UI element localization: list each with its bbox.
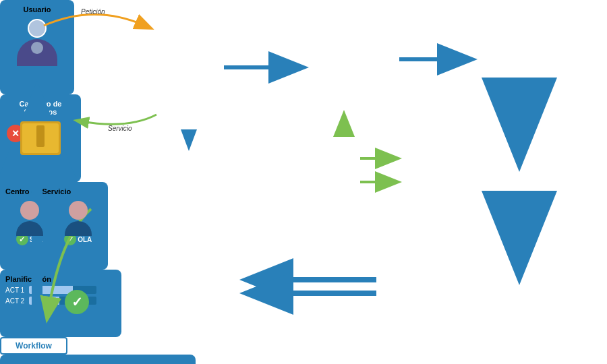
act2-bar-fill [29,297,59,305]
activities-bottom-check: ✓ [65,290,89,314]
workflow-label: Workflow [16,341,52,351]
servicio-label: Servicio [108,125,132,132]
workflow-box: Workflow [0,337,67,355]
act1-row: ACT 1 [5,286,116,294]
act2-label: ACT 2 [5,297,29,305]
peticion-label: Petición [81,8,105,16]
big-check-icon: ✓ [65,290,89,314]
usuario-title: Usuario [24,5,51,13]
activities-box: ✓ Actividades Flujo Comunicación [0,355,196,364]
act2-row: ACT 2 [5,297,116,305]
centro-box: Centro de Servicio ✓ SLA [0,182,108,270]
ola-label: OLA [78,236,92,243]
catalogo-title: Catálogo deServicios [20,100,62,116]
act1-label: ACT 1 [5,286,29,294]
sla-label: SLA [30,236,43,243]
centro-title: Centro de Servicio [5,187,103,195]
usuario-box: Usuario [0,0,74,94]
planif-title: Planificación [5,275,116,283]
diagram: Petición Servicio Usuario ✕ ✓ Catálogo d… [0,0,607,364]
planificacion-box: Planificación ACT 1 ACT 2 [0,270,121,337]
